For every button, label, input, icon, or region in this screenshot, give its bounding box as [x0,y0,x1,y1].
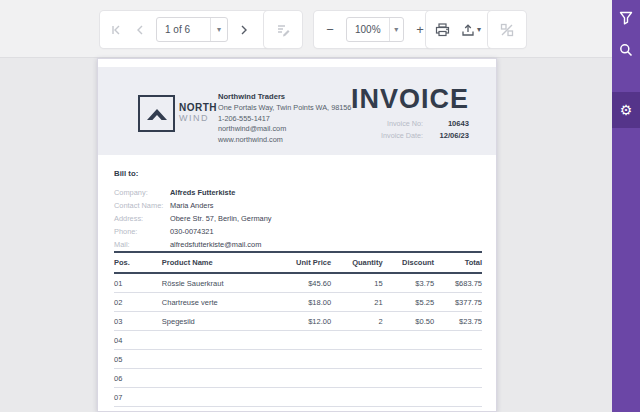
search-icon [619,43,633,61]
table-row: 01Rössle Sauerkraut$45.6015$3.75$683.75 [114,273,482,293]
first-page-button[interactable] [104,15,128,45]
print-button[interactable] [430,15,454,45]
filter-icon [619,11,633,29]
invoice-meta: Invoice No: 10643 Invoice Date: 12/06/23 [351,118,469,142]
bill-to-field-row: Address:Obere Str. 57, Berlin, Germany [114,212,271,225]
toolbar: 1 of 6 ▾ − 1 [0,0,612,58]
zoom-group: − 100% ▾ + [314,11,436,48]
bill-to-field-row: Phone:030-0074321 [114,225,271,238]
column-header: Quantity [331,252,383,273]
field-value: 030-0074321 [170,225,214,238]
table-cell [383,369,435,388]
side-panel: ⚙ [612,0,640,412]
table-cell: 21 [331,293,383,312]
table-cell [434,407,482,412]
table-cell: 03 [114,312,162,331]
minus-icon: − [326,22,334,37]
gear-icon: ⚙ [620,103,633,117]
invoice-number-value: 10643 [423,118,469,130]
table-row: 06 [114,369,482,388]
table-row: 03Spegesild$12.002$0.50$23.75 [114,312,482,331]
chevron-down-icon: ▾ [477,25,481,34]
plus-icon: + [416,22,424,37]
page-number-combobox[interactable]: 1 of 6 ▾ [156,17,228,42]
table-cell [383,407,435,412]
table-cell [434,350,482,369]
chevron-right-icon [238,24,250,36]
zoom-level-combobox[interactable]: 100% ▾ [346,17,404,42]
sidebar-item-search[interactable] [612,36,640,68]
bill-to-field-row: Mail:alfredsfutterkiste@mail.com [114,238,271,251]
invoice-number-label: Invoice No: [387,118,423,130]
table-header-row: Pos.Product NameUnit PriceQuantityDiscou… [114,252,482,273]
company-phone: 1-206-555-1417 [218,114,351,125]
table-cell [434,388,482,407]
zoom-out-button[interactable]: − [318,15,342,45]
company-name: Northwind Traders [218,92,351,103]
table-cell: $12.00 [272,312,331,331]
pager-group: 1 of 6 ▾ [100,11,284,48]
table-cell: 08 [114,407,162,412]
field-label: Contact Name: [114,199,170,212]
table-row: 08 [114,407,482,412]
field-value: alfredsfutterkiste@mail.com [170,238,261,251]
bill-to-field-row: Company:Alfreds Futterkiste [114,186,271,199]
table-body: 01Rössle Sauerkraut$45.6015$3.75$683.750… [114,273,482,412]
company-info: Northwind Traders One Portals Way, Twin … [218,92,351,146]
sidebar-item-filter[interactable] [612,4,640,36]
table-row: 02Chartreuse verte$18.0021$5.25$377.75 [114,293,482,312]
export-icon [461,23,475,37]
sidebar-item-settings[interactable]: ⚙ [612,92,640,128]
column-header: Product Name [162,252,272,273]
company-website: www.northwind.com [218,135,351,146]
print-layout-button[interactable] [495,15,519,45]
column-header: Unit Price [272,252,331,273]
company-address: One Portals Way, Twin Points WA, 98156 [218,103,351,114]
invoice-title: INVOICE [351,85,469,113]
logo-line2: WIND [179,113,217,123]
bill-to-fields: Company:Alfreds FutterkisteContact Name:… [114,186,271,251]
logo-line1: NORTH [179,103,217,113]
table-row: 07 [114,388,482,407]
table-cell [331,369,383,388]
table-cell: 04 [114,331,162,350]
table-cell [331,350,383,369]
table-cell [162,407,272,412]
table-cell: $18.00 [272,293,331,312]
bill-to-heading: Bill to: [114,169,271,178]
company-email: northwind@mail.com [218,124,351,135]
table-row: 05 [114,350,482,369]
column-header: Pos. [114,252,162,273]
first-page-icon [110,24,122,36]
invoice-header-band: NORTH WIND Northwind Traders One Portals… [98,67,496,155]
field-label: Address: [114,212,170,225]
table-cell: 07 [114,388,162,407]
table-cell: $683.75 [434,273,482,293]
field-label: Company: [114,186,170,199]
table-cell: 02 [114,293,162,312]
table-cell [272,350,331,369]
table-cell: $377.75 [434,293,482,312]
table-cell: 06 [114,369,162,388]
print-layout-group [488,11,526,48]
chevron-down-icon: ▾ [210,18,227,41]
column-header: Total [434,252,482,273]
edit-parameters-icon [276,23,290,37]
table-cell: 15 [331,273,383,293]
table-cell: 05 [114,350,162,369]
next-page-button[interactable] [232,15,256,45]
report-page: NORTH WIND Northwind Traders One Portals… [97,58,497,412]
table-cell [162,369,272,388]
bill-to-section: Bill to: Company:Alfreds FutterkisteCont… [114,169,271,251]
edit-parameters-button[interactable] [271,15,295,45]
zoom-level-value: 100% [347,24,389,35]
table-cell [162,331,272,350]
table-cell: 2 [331,312,383,331]
export-button[interactable]: ▾ [454,15,488,45]
invoice-date-label: Invoice Date: [381,130,423,142]
chevron-down-icon: ▾ [389,18,403,41]
invoice-title-block: INVOICE Invoice No: 10643 Invoice Date: … [351,85,469,142]
field-value: Maria Anders [170,199,214,212]
previous-page-button[interactable] [128,15,152,45]
page-number-value: 1 of 6 [157,24,210,35]
